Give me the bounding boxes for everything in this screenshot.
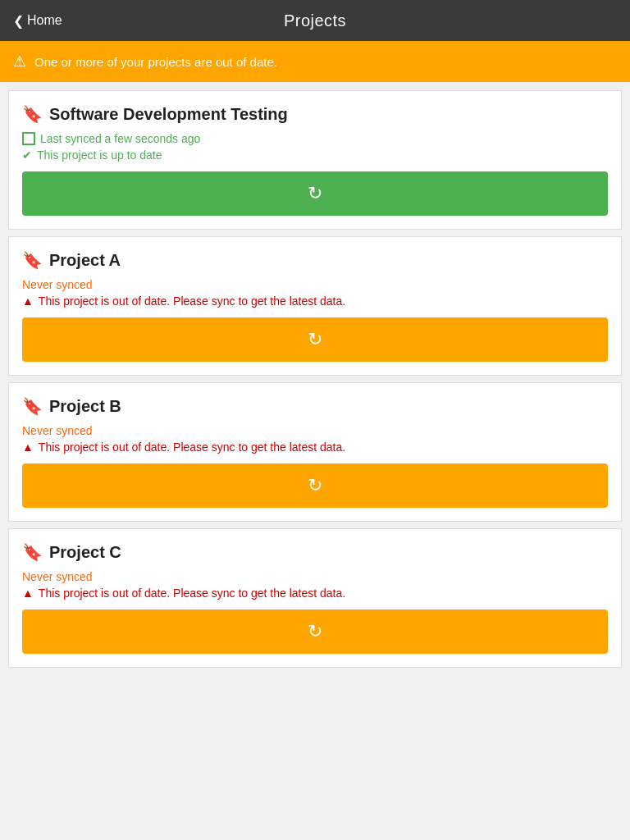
- never-synced-label-c: Never synced: [22, 570, 608, 583]
- error-triangle-icon-a: ▲: [22, 294, 34, 308]
- error-triangle-icon-b: ▲: [22, 441, 34, 454]
- sync-button-project-a[interactable]: ↻: [22, 317, 608, 362]
- project-card-project-a: 🔖 Project A Never synced ▲ This project …: [8, 236, 622, 376]
- checkmark-icon: ✔: [22, 148, 32, 162]
- warning-message: One or more of your projects are out of …: [34, 55, 277, 69]
- bookmark-icon: 🔖: [22, 104, 43, 124]
- last-synced-status: Last synced a few seconds ago: [22, 132, 608, 145]
- project-name-project-a: 🔖 Project A: [22, 250, 608, 270]
- warning-banner: ⚠ One or more of your projects are out o…: [0, 41, 630, 82]
- sync-icon-a: ↻: [308, 329, 322, 350]
- out-of-date-error-b: ▲ This project is out of date. Please sy…: [22, 441, 608, 454]
- bookmark-icon-c: 🔖: [22, 542, 43, 562]
- sync-button-software-dev[interactable]: ↻: [22, 171, 608, 216]
- never-synced-label-b: Never synced: [22, 424, 608, 437]
- page-title: Projects: [284, 11, 346, 30]
- project-card-project-b: 🔖 Project B Never synced ▲ This project …: [8, 382, 622, 522]
- project-name-software-dev: 🔖 Software Development Testing: [22, 104, 608, 124]
- bookmark-icon-b: 🔖: [22, 396, 43, 416]
- out-of-date-error-c: ▲ This project is out of date. Please sy…: [22, 587, 608, 600]
- sync-icon-c: ↻: [308, 621, 322, 642]
- error-triangle-icon-c: ▲: [22, 587, 34, 600]
- back-button[interactable]: ❮ Home: [13, 13, 62, 29]
- project-card-project-c: 🔖 Project C Never synced ▲ This project …: [8, 528, 622, 668]
- back-label: Home: [27, 13, 62, 28]
- project-name-project-b: 🔖 Project B: [22, 396, 608, 416]
- out-of-date-error-a: ▲ This project is out of date. Please sy…: [22, 294, 608, 308]
- sync-button-project-b[interactable]: ↻: [22, 463, 608, 508]
- back-chevron-icon: ❮: [13, 13, 24, 29]
- sync-icon: ↻: [308, 183, 322, 204]
- bookmark-icon-a: 🔖: [22, 250, 43, 270]
- sync-time-icon: [22, 132, 35, 145]
- up-to-date-status: ✔ This project is up to date: [22, 148, 608, 162]
- project-card-software-dev: 🔖 Software Development Testing Last sync…: [8, 90, 622, 230]
- sync-button-project-c[interactable]: ↻: [22, 609, 608, 654]
- project-name-project-c: 🔖 Project C: [22, 542, 608, 562]
- projects-list: 🔖 Software Development Testing Last sync…: [0, 82, 630, 682]
- app-header: ❮ Home Projects: [0, 0, 630, 41]
- never-synced-label-a: Never synced: [22, 278, 608, 291]
- warning-icon: ⚠: [13, 52, 26, 71]
- sync-icon-b: ↻: [308, 475, 322, 496]
